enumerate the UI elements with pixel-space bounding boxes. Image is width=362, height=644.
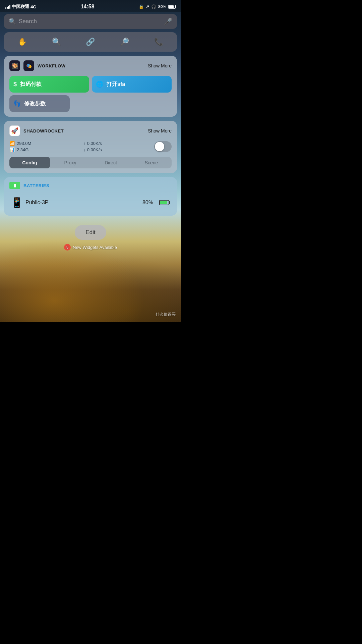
shadowrocket-stats: 📶 293.0M 📊 2.34G ↑ 0.00K/s ↓ 0 [9,141,172,152]
workflow-header: ⬛ 🎨 🎭 WORKFLOW Show More [9,60,172,71]
workflow-show-more[interactable]: Show More [148,63,172,68]
sr-stats-right: ↑ 0.00K/s ↓ 0.00K/s [84,141,102,152]
sr-tab-config[interactable]: Config [9,157,50,168]
workflow-row-1: $ 扫码付款 🌐 打开sfa [9,76,172,93]
upload-stat: 0.00K/s [87,141,102,146]
phone-icon: 📞 [154,38,163,46]
edit-button[interactable]: Edit [75,225,106,240]
cellular-stat-row: 📊 2.34G [9,147,31,152]
batteries-header-left: ▮ BATTERIES [9,182,49,189]
quick-action-search[interactable]: 🔍 [48,35,65,49]
battery-nub [169,201,170,204]
shadowrocket-app-icon: 🚀 [9,125,20,136]
scroll-area: ✋ 🔍 🔗 🔎 📞 ⬛ 🎨 [0,31,181,322]
search2-icon: 🔍 [52,38,61,46]
sr-tab-proxy[interactable]: Proxy [50,157,90,168]
status-right: 🔒 ↗ 🎧 80% [139,4,176,9]
workflow-row-2: 👣 修改步数 [9,95,172,112]
link-icon: 🔗 [86,38,95,46]
shadowrocket-header-left: 🚀 SHADOWROCKET [9,125,64,136]
network-label: 4G [31,4,36,9]
workflow-btn-steps[interactable]: 👣 修改步数 [9,95,70,112]
lock-icon: 🔒 [139,4,144,9]
hand-icon: ✋ [18,38,27,46]
microphone-icon[interactable]: 🎤 [164,17,172,25]
workflow-btn-steps-label: 修改步数 [24,100,46,107]
quick-action-phone[interactable]: 📞 [150,35,167,49]
footprint-icon: 👣 [13,100,21,107]
globe-icon: 🌐 [96,80,103,88]
upload-stat-row: ↑ 0.00K/s [84,141,102,146]
shadowrocket-title: SHADOWROCKET [23,128,64,133]
battery-icon [168,5,176,9]
status-bar: 中国联通 4G 14:58 🔒 ↗ 🎧 80% [0,0,181,12]
battery-percentage: 80% [142,200,153,206]
workflow-btn-scan-label: 扫码付款 [20,81,42,88]
workflow-widget: ⬛ 🎨 🎭 WORKFLOW Show More $ 扫码付款 [4,56,177,117]
shadowrocket-toggle[interactable] [154,141,172,152]
quick-actions-bar: ✋ 🔍 🔗 🔎 📞 [4,32,177,52]
battery-body [159,200,169,205]
carrier-label: 中国联通 [12,4,29,10]
image-search-icon: 🔎 [120,38,129,46]
toggle-knob [155,142,164,151]
cellular-stat: 2.34G [17,147,28,152]
cellular-icon: 📊 [9,147,15,152]
workflow-icon-bg: 🎭 [23,60,34,71]
wifi-stat-row: 📶 293.0M [9,141,31,146]
batteries-title: BATTERIES [23,183,49,188]
sr-tab-scene[interactable]: Scene [131,157,172,168]
workflow-btn-opensfa-label: 打开sfa [107,81,125,88]
search-icon: 🔍 [9,18,16,25]
download-icon: ↓ [84,147,86,152]
workflow-header-left: ⬛ 🎨 🎭 WORKFLOW [9,60,65,71]
battery-item-public3p: 📱 Public-3P 80% [9,194,172,211]
signal-bars [5,5,10,9]
workflow-title: WORKFLOW [38,63,65,68]
sr-tab-direct[interactable]: Direct [90,157,131,168]
dollar-icon: $ [13,81,17,88]
shadowrocket-show-more[interactable]: Show More [148,128,172,133]
widgets-badge: 5 [64,244,71,251]
battery-indicator [159,200,170,205]
headphones-icon: 🎧 [151,4,156,9]
batteries-app-icon: ▮ [9,182,20,189]
workflow-btn-opensfa[interactable]: 🌐 打开sfa [92,76,172,93]
upload-icon: ↑ [84,141,86,146]
download-stat: 0.00K/s [87,147,102,152]
bottom-area: Edit 5 New Widgets Available [4,220,177,253]
status-left: 中国联通 4G [5,4,36,10]
sr-stats-left: 📶 293.0M 📊 2.34G [9,141,31,152]
device-phone-icon: 📱 [11,197,21,208]
workflow-btn-scan[interactable]: $ 扫码付款 [9,76,89,93]
quick-action-imagesearch[interactable]: 🔎 [116,35,133,49]
shadowrocket-tabs: Config Proxy Direct Scene [9,157,172,168]
workflow-app-icon: ⬛ 🎨 [9,60,20,71]
quick-action-link[interactable]: 🔗 [82,35,99,49]
workflow-buttons: $ 扫码付款 🌐 打开sfa 👣 修改步数 [9,76,172,112]
battery-fill [160,201,167,204]
batteries-list: 📱 Public-3P 80% [9,194,172,211]
quick-action-hand[interactable]: ✋ [14,35,31,49]
status-time: 14:58 [81,4,95,10]
wifi-icon: 📶 [9,141,15,146]
search-bar[interactable]: 🔍 🎤 [4,14,177,29]
batteries-widget: ▮ BATTERIES 📱 Public-3P 80% [4,177,177,216]
location-icon: ↗ [146,4,149,9]
battery-percent: 80% [158,4,166,9]
bottom-hint: 什么值得买 [156,312,176,317]
batteries-header: ▮ BATTERIES [9,182,172,189]
download-stat-row: ↓ 0.00K/s [84,147,102,152]
search-input[interactable] [19,18,161,25]
shadowrocket-widget: 🚀 SHADOWROCKET Show More 📶 293.0M 📊 2.34… [4,121,177,173]
new-widgets-banner: 5 New Widgets Available [64,244,117,251]
shadowrocket-header: 🚀 SHADOWROCKET Show More [9,125,172,136]
wifi-stat: 293.0M [17,141,31,146]
device-name: Public-3P [25,200,138,206]
new-widgets-text: New Widgets Available [73,245,117,250]
